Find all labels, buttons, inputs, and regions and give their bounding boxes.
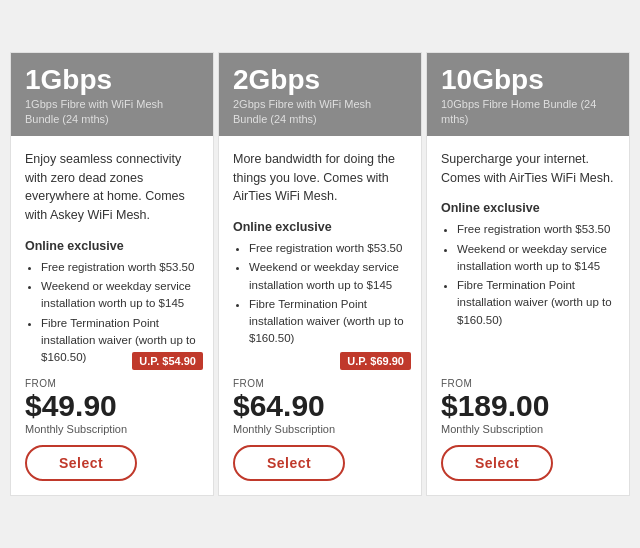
select-button-1gbps[interactable]: Select bbox=[25, 445, 137, 481]
pricing-cards: 1Gbps1Gbps Fibre with WiFi Mesh Bundle (… bbox=[10, 52, 630, 497]
description-2gbps: More bandwidth for doing the things you … bbox=[233, 150, 407, 206]
benefits-list-2gbps: Free registration worth $53.50Weekend or… bbox=[233, 240, 407, 348]
card-header-1gbps: 1Gbps1Gbps Fibre with WiFi Mesh Bundle (… bbox=[11, 53, 213, 136]
card-footer-1gbps: U.P. $54.90FROM$49.90Monthly Subscriptio… bbox=[11, 368, 213, 495]
benefit-item: Weekend or weekday service installation … bbox=[249, 259, 407, 294]
from-label-2gbps: FROM bbox=[233, 378, 407, 389]
benefit-item: Free registration worth $53.50 bbox=[457, 221, 615, 238]
exclusive-label-2gbps: Online exclusive bbox=[233, 220, 407, 234]
price-1gbps: $49.90 bbox=[25, 391, 199, 421]
card-footer-10gbps: FROM$189.00Monthly SubscriptionSelect bbox=[427, 368, 629, 495]
from-label-10gbps: FROM bbox=[441, 378, 615, 389]
benefit-item: Free registration worth $53.50 bbox=[249, 240, 407, 257]
description-1gbps: Enjoy seamless connectivity with zero de… bbox=[25, 150, 199, 225]
from-label-1gbps: FROM bbox=[25, 378, 199, 389]
benefit-item: Fibre Termination Point installation wai… bbox=[249, 296, 407, 348]
price-10gbps: $189.00 bbox=[441, 391, 615, 421]
up-badge-1gbps: U.P. $54.90 bbox=[132, 352, 203, 370]
subtitle-2gbps: 2Gbps Fibre with WiFi Mesh Bundle (24 mt… bbox=[233, 97, 407, 126]
card-body-1gbps: Enjoy seamless connectivity with zero de… bbox=[11, 136, 213, 369]
benefits-list-1gbps: Free registration worth $53.50Weekend or… bbox=[25, 259, 199, 367]
card-body-2gbps: More bandwidth for doing the things you … bbox=[219, 136, 421, 369]
monthly-label-10gbps: Monthly Subscription bbox=[441, 423, 615, 435]
up-badge-2gbps: U.P. $69.90 bbox=[340, 352, 411, 370]
card-header-2gbps: 2Gbps2Gbps Fibre with WiFi Mesh Bundle (… bbox=[219, 53, 421, 136]
subtitle-1gbps: 1Gbps Fibre with WiFi Mesh Bundle (24 mt… bbox=[25, 97, 199, 126]
card-body-10gbps: Supercharge your internet. Comes with Ai… bbox=[427, 136, 629, 369]
exclusive-label-10gbps: Online exclusive bbox=[441, 201, 615, 215]
monthly-label-1gbps: Monthly Subscription bbox=[25, 423, 199, 435]
monthly-label-2gbps: Monthly Subscription bbox=[233, 423, 407, 435]
speed-1gbps: 1Gbps bbox=[25, 65, 199, 96]
card-footer-2gbps: U.P. $69.90FROM$64.90Monthly Subscriptio… bbox=[219, 368, 421, 495]
benefits-list-10gbps: Free registration worth $53.50Weekend or… bbox=[441, 221, 615, 329]
benefit-item: Weekend or weekday service installation … bbox=[41, 278, 199, 313]
card-header-10gbps: 10Gbps10Gbps Fibre Home Bundle (24 mths) bbox=[427, 53, 629, 136]
benefit-item: Fibre Termination Point installation wai… bbox=[457, 277, 615, 329]
benefit-item: Free registration worth $53.50 bbox=[41, 259, 199, 276]
exclusive-label-1gbps: Online exclusive bbox=[25, 239, 199, 253]
price-2gbps: $64.90 bbox=[233, 391, 407, 421]
card-10gbps: 10Gbps10Gbps Fibre Home Bundle (24 mths)… bbox=[426, 52, 630, 497]
description-10gbps: Supercharge your internet. Comes with Ai… bbox=[441, 150, 615, 188]
subtitle-10gbps: 10Gbps Fibre Home Bundle (24 mths) bbox=[441, 97, 615, 126]
select-button-10gbps[interactable]: Select bbox=[441, 445, 553, 481]
select-button-2gbps[interactable]: Select bbox=[233, 445, 345, 481]
speed-10gbps: 10Gbps bbox=[441, 65, 615, 96]
card-1gbps: 1Gbps1Gbps Fibre with WiFi Mesh Bundle (… bbox=[10, 52, 214, 497]
benefit-item: Weekend or weekday service installation … bbox=[457, 241, 615, 276]
card-2gbps: 2Gbps2Gbps Fibre with WiFi Mesh Bundle (… bbox=[218, 52, 422, 497]
speed-2gbps: 2Gbps bbox=[233, 65, 407, 96]
